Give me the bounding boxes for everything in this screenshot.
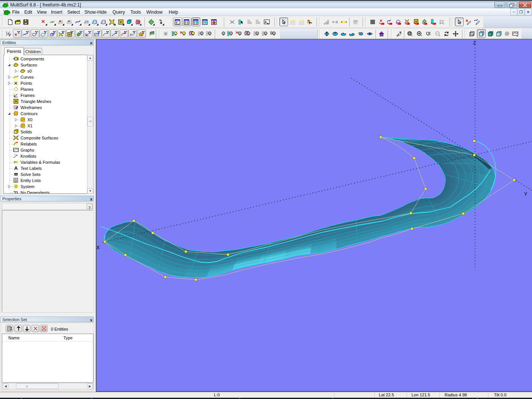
svg-text:Y: Y <box>524 191 527 197</box>
svg-text:x=: x= <box>13 160 18 164</box>
svg-text:Z: Z <box>473 40 476 46</box>
svg-text:A: A <box>14 165 18 171</box>
svg-text:1: 1 <box>6 31 8 34</box>
svg-text:X: X <box>97 245 100 250</box>
svg-text:Q: Q <box>426 31 429 36</box>
svg-text:i: i <box>17 154 17 157</box>
svg-text:x=: x= <box>130 33 134 36</box>
